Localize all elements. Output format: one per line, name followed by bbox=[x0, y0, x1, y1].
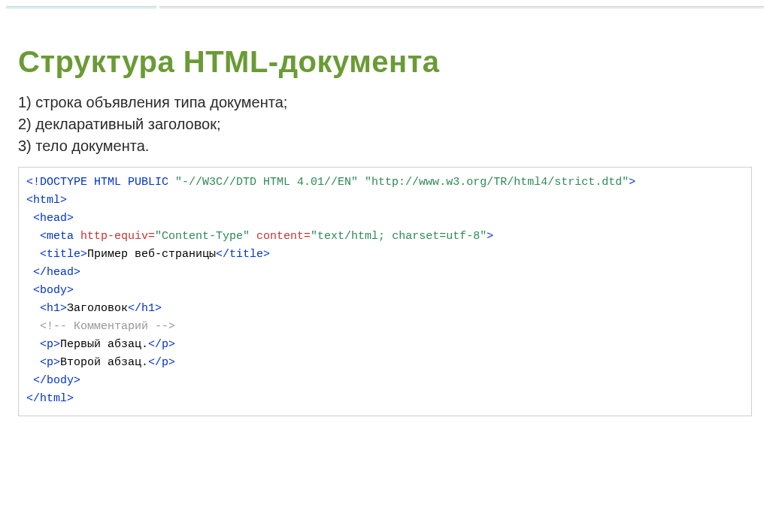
decorative-rule-gray bbox=[159, 6, 764, 14]
code-token: <title> bbox=[26, 248, 87, 261]
list-item: 3) тело документа. bbox=[18, 138, 752, 155]
list-item: 2) декларативный заголовок; bbox=[18, 116, 752, 133]
code-token: <p> bbox=[26, 338, 60, 351]
code-example: <!DOCTYPE HTML PUBLIC "-//W3C//DTD HTML … bbox=[18, 167, 752, 416]
slide-title: Структура HTML-документа bbox=[18, 45, 752, 79]
code-token: <html> bbox=[26, 194, 67, 207]
code-token: <h1> bbox=[26, 302, 67, 315]
code-token: "text/html; charset=utf-8" bbox=[311, 230, 487, 243]
decorative-top-rule bbox=[6, 6, 764, 14]
code-token: Первый абзац. bbox=[60, 338, 148, 351]
code-token: Второй абзац. bbox=[60, 356, 148, 369]
code-token: > bbox=[487, 230, 493, 243]
code-token: </title> bbox=[216, 248, 270, 261]
bullet-list: 1) строка объявления типа документа; 2) … bbox=[18, 94, 752, 155]
code-token bbox=[250, 230, 256, 243]
code-token: "http://www.w3.org/TR/html4/strict.dtd" bbox=[365, 176, 629, 189]
code-token: Пример веб-страницы bbox=[87, 248, 216, 261]
code-token: <body> bbox=[26, 284, 74, 297]
code-token: Заголовок bbox=[67, 302, 128, 315]
code-token: </p> bbox=[148, 356, 175, 369]
slide-content: Структура HTML-документа 1) строка объяв… bbox=[18, 45, 752, 416]
code-token: </p> bbox=[148, 338, 175, 351]
code-token bbox=[358, 176, 365, 189]
code-token: <!DOCTYPE HTML PUBLIC bbox=[26, 176, 175, 189]
code-token: http-equiv= bbox=[80, 230, 155, 243]
code-token: "Content-Type" bbox=[155, 230, 250, 243]
code-token: content= bbox=[256, 230, 311, 243]
code-token: </body> bbox=[26, 374, 80, 387]
code-token: </h1> bbox=[128, 302, 162, 315]
list-item: 1) строка объявления типа документа; bbox=[18, 94, 752, 111]
code-token: <meta bbox=[26, 230, 80, 243]
code-token: "-//W3C//DTD HTML 4.01//EN" bbox=[175, 176, 358, 189]
code-token: <!-- Комментарий --> bbox=[26, 320, 175, 333]
code-token: <p> bbox=[26, 356, 60, 369]
decorative-rule-accent bbox=[6, 6, 156, 14]
code-token: </head> bbox=[26, 266, 80, 279]
code-token: <head> bbox=[26, 212, 74, 225]
code-token: </html> bbox=[26, 392, 74, 405]
code-token: > bbox=[629, 176, 635, 189]
